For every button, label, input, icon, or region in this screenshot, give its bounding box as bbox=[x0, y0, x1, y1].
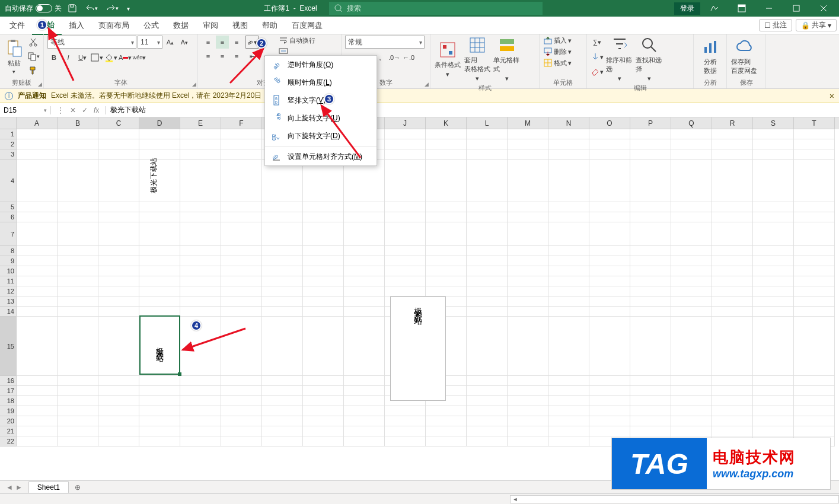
row-header-17[interactable]: 17 bbox=[0, 386, 17, 396]
row-header-20[interactable]: 20 bbox=[0, 416, 17, 426]
dialog-launcher-icon[interactable]: ◢ bbox=[192, 81, 196, 87]
col-header-B[interactable]: B bbox=[58, 117, 98, 129]
tab-data[interactable]: 数据 bbox=[166, 17, 196, 34]
cell[interactable] bbox=[753, 212, 794, 222]
sort-filter-button[interactable]: 排序和筛选▾ bbox=[606, 36, 633, 82]
cell[interactable] bbox=[344, 256, 385, 266]
cell[interactable] bbox=[180, 396, 221, 406]
cell[interactable] bbox=[794, 307, 835, 317]
cell[interactable] bbox=[17, 396, 58, 406]
cell[interactable] bbox=[467, 317, 508, 376]
row-header-6[interactable]: 6 bbox=[0, 212, 17, 222]
row-header-4[interactable]: 4 bbox=[0, 160, 17, 202]
cell[interactable] bbox=[262, 436, 303, 446]
cell[interactable] bbox=[221, 406, 262, 416]
cell[interactable] bbox=[794, 246, 835, 256]
cell[interactable] bbox=[426, 276, 467, 286]
cell[interactable] bbox=[753, 149, 794, 160]
cell[interactable] bbox=[548, 212, 589, 222]
cell[interactable] bbox=[58, 149, 98, 160]
cell[interactable] bbox=[180, 139, 221, 149]
cell[interactable] bbox=[180, 202, 221, 212]
cell[interactable] bbox=[548, 202, 589, 212]
cell[interactable] bbox=[671, 222, 712, 246]
cell[interactable] bbox=[303, 307, 344, 317]
row-header-19[interactable]: 19 bbox=[0, 406, 17, 416]
qat-customize[interactable]: ▾ bbox=[125, 4, 132, 13]
cell[interactable] bbox=[180, 436, 221, 446]
cell[interactable] bbox=[262, 276, 303, 286]
autosave-toggle[interactable]: 自动保存 关 bbox=[5, 4, 62, 14]
cell[interactable] bbox=[303, 436, 344, 446]
cell[interactable] bbox=[139, 386, 180, 396]
cell[interactable] bbox=[58, 286, 98, 296]
cell[interactable] bbox=[98, 396, 139, 406]
cell[interactable] bbox=[753, 317, 794, 376]
cell[interactable] bbox=[712, 296, 753, 307]
cell[interactable] bbox=[303, 212, 344, 222]
cell[interactable] bbox=[385, 160, 426, 202]
cell[interactable] bbox=[344, 376, 385, 386]
cell[interactable] bbox=[794, 386, 835, 396]
cell[interactable] bbox=[303, 376, 344, 386]
textbox-shape[interactable]: 极光下载站 bbox=[390, 296, 446, 401]
cell[interactable] bbox=[17, 317, 58, 376]
cell[interactable] bbox=[98, 416, 139, 426]
cell[interactable] bbox=[794, 276, 835, 286]
cell[interactable] bbox=[17, 129, 58, 139]
cell[interactable] bbox=[262, 406, 303, 416]
cell[interactable] bbox=[712, 307, 753, 317]
cell[interactable] bbox=[548, 296, 589, 307]
clear-button[interactable]: ▾ bbox=[591, 65, 604, 78]
cell[interactable] bbox=[262, 266, 303, 276]
cell[interactable] bbox=[467, 246, 508, 256]
menu-rotate-up[interactable]: ab 向上旋转文字(U) bbox=[265, 109, 377, 127]
tab-review[interactable]: 审阅 bbox=[196, 17, 225, 34]
cell[interactable] bbox=[139, 276, 180, 286]
cell[interactable] bbox=[221, 426, 262, 436]
row-header-5[interactable]: 5 bbox=[0, 202, 17, 212]
cell[interactable] bbox=[630, 139, 671, 149]
number-format-combo[interactable]: 常规 bbox=[345, 36, 425, 49]
cell[interactable] bbox=[548, 416, 589, 426]
cell[interactable] bbox=[712, 149, 753, 160]
col-header-J[interactable]: J bbox=[385, 117, 426, 129]
cell[interactable] bbox=[712, 416, 753, 426]
cell[interactable] bbox=[630, 416, 671, 426]
cell[interactable] bbox=[58, 276, 98, 286]
cell[interactable] bbox=[630, 266, 671, 276]
cell[interactable] bbox=[508, 436, 548, 446]
cell[interactable] bbox=[180, 212, 221, 222]
cell[interactable] bbox=[58, 266, 98, 276]
cell[interactable] bbox=[17, 266, 58, 276]
decrease-indent-button[interactable]: ⇤ bbox=[245, 50, 259, 63]
comments-button[interactable]: ☐ 批注 bbox=[759, 19, 792, 31]
row-header-8[interactable]: 8 bbox=[0, 246, 17, 256]
cell[interactable] bbox=[630, 376, 671, 386]
cell[interactable] bbox=[98, 202, 139, 212]
cell[interactable] bbox=[262, 222, 303, 246]
cell[interactable] bbox=[385, 436, 426, 446]
cell[interactable] bbox=[508, 286, 548, 296]
login-button[interactable]: 登录 bbox=[674, 2, 700, 15]
cell[interactable] bbox=[467, 436, 508, 446]
cell[interactable] bbox=[712, 376, 753, 386]
cell[interactable] bbox=[303, 426, 344, 436]
cell[interactable] bbox=[262, 296, 303, 307]
cell[interactable] bbox=[589, 160, 630, 202]
cell[interactable] bbox=[630, 246, 671, 256]
cell[interactable] bbox=[17, 436, 58, 446]
paste-button[interactable]: 粘贴▾ bbox=[4, 36, 24, 77]
cell[interactable] bbox=[671, 286, 712, 296]
cell[interactable] bbox=[17, 202, 58, 212]
cell[interactable] bbox=[139, 426, 180, 436]
cell[interactable] bbox=[671, 139, 712, 149]
cell[interactable] bbox=[630, 129, 671, 139]
add-sheet-button[interactable]: ⊕ bbox=[69, 483, 87, 492]
cell[interactable] bbox=[17, 139, 58, 149]
cell[interactable] bbox=[17, 416, 58, 426]
cell[interactable] bbox=[17, 160, 58, 202]
cell[interactable] bbox=[139, 129, 180, 139]
cell[interactable] bbox=[712, 286, 753, 296]
cell[interactable] bbox=[221, 396, 262, 406]
